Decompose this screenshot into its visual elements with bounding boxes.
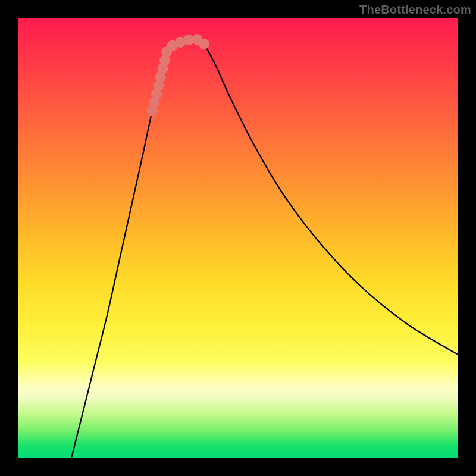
- watermark-text: TheBottleneck.com: [359, 3, 471, 17]
- chart-svg: [18, 18, 458, 458]
- chart-area: [18, 18, 458, 458]
- bottleneck-curve-line: [71, 39, 457, 458]
- curve-dot: [199, 39, 209, 49]
- curve-dot-overlay: [147, 34, 209, 116]
